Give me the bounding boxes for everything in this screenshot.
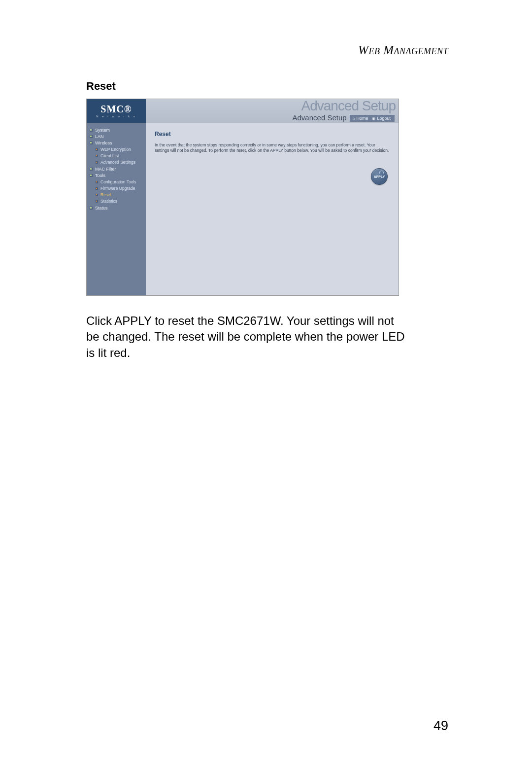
nav-label: Wireless — [95, 141, 112, 145]
page-header: Web Management — [358, 43, 448, 57]
nav-config-tools[interactable]: Configuration Tools — [96, 179, 143, 184]
content-title: Reset — [155, 131, 390, 138]
bullet-icon — [90, 129, 93, 132]
nav-tools[interactable]: Tools — [90, 173, 143, 178]
bullet-icon — [90, 168, 93, 171]
nav-label: Reset — [100, 192, 111, 197]
nav-statistics[interactable]: Statistics — [96, 199, 143, 204]
bullet-icon — [90, 135, 93, 138]
sidebar: System LAN Wireless WEP Encryption — [87, 123, 146, 295]
page-number: 49 — [433, 718, 448, 734]
nav-main: System LAN Wireless WEP Encryption — [90, 128, 143, 211]
nav-lan[interactable]: LAN — [90, 134, 143, 139]
nav-mac-filter[interactable]: MAC Filter — [90, 167, 143, 172]
router-admin-screenshot: SMC® N e t w o r k s Advanced Setup Adva… — [86, 99, 399, 296]
nav-label: LAN — [95, 134, 104, 139]
bullet-icon — [90, 174, 93, 177]
setup-label: Advanced Setup — [293, 113, 347, 122]
nav-label: Configuration Tools — [100, 179, 136, 184]
nav-advanced-settings[interactable]: Advanced Settings — [96, 160, 143, 165]
nav-label: Status — [95, 206, 108, 211]
nav-wireless-sub: WEP Encryption Client List Advanced Sett… — [90, 147, 143, 165]
section-title: Reset — [86, 80, 116, 93]
bullet-icon — [96, 181, 98, 183]
apply-button[interactable]: APPLY — [371, 168, 388, 185]
nav-label: WEP Encryption — [100, 147, 131, 152]
bullet-icon — [96, 148, 98, 151]
nav-wep[interactable]: WEP Encryption — [96, 147, 143, 152]
nav-system[interactable]: System — [90, 128, 143, 133]
logo-sub: N e t w o r k s — [96, 115, 136, 118]
nav-wireless[interactable]: Wireless — [90, 141, 143, 145]
home-icon: ⌂ — [353, 116, 355, 121]
screenshot-header: SMC® N e t w o r k s Advanced Setup Adva… — [87, 99, 399, 123]
home-link[interactable]: ⌂ Home — [353, 116, 368, 121]
bullet-icon — [96, 155, 98, 157]
content-panel: Reset In the event that the system stops… — [146, 123, 399, 295]
nav-tools-sub: Configuration Tools Firmware Upgrade Res… — [90, 179, 143, 204]
nav-label: Client List — [100, 153, 119, 158]
logout-label: Logout — [377, 116, 391, 121]
body-text: Click APPLY to reset the SMC2671W. Your … — [86, 313, 409, 361]
header-bg-title: Advanced Setup — [301, 99, 396, 114]
nav-label: Tools — [95, 173, 105, 178]
nav-client-list[interactable]: Client List — [96, 153, 143, 158]
nav-label: Statistics — [100, 199, 117, 204]
nav-label: MAC Filter — [95, 167, 116, 172]
apply-label: APPLY — [374, 175, 385, 178]
nav-label: Firmware Upgrade — [100, 186, 135, 191]
content-text: In the event that the system stops respo… — [155, 142, 390, 154]
header-right: Advanced Setup Advanced Setup ⌂ Home ◉ L… — [146, 99, 399, 123]
home-label: Home — [356, 116, 368, 121]
nav-label: Advanced Settings — [100, 160, 135, 165]
brand-logo: SMC® N e t w o r k s — [87, 99, 146, 123]
bullet-icon — [96, 200, 98, 203]
screenshot-body: System LAN Wireless WEP Encryption — [87, 123, 399, 295]
nav-label: System — [95, 128, 110, 133]
logout-link[interactable]: ◉ Logout — [372, 116, 391, 121]
nav-reset[interactable]: Reset — [96, 192, 143, 197]
bullet-icon — [96, 161, 98, 164]
bullet-icon — [96, 187, 98, 190]
logo-main: SMC® — [100, 104, 132, 114]
bullet-icon — [90, 141, 93, 144]
nav-firmware-upgrade[interactable]: Firmware Upgrade — [96, 186, 143, 191]
bullet-icon — [96, 194, 98, 196]
header-links: ⌂ Home ◉ Logout — [350, 115, 395, 122]
bullet-icon — [90, 207, 93, 210]
nav-status[interactable]: Status — [90, 206, 143, 211]
logout-icon: ◉ — [372, 116, 375, 121]
